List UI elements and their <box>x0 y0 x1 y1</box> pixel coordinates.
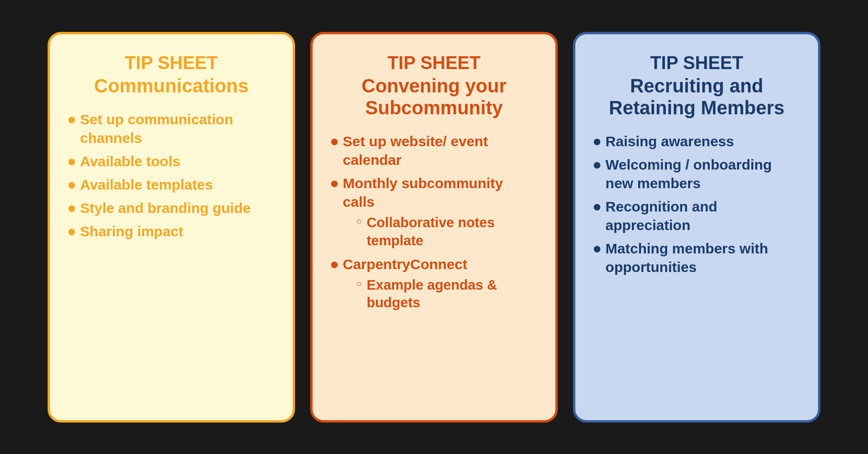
sub-list-item: ○Example agendas & budgets <box>356 276 538 312</box>
item-text: Sharing impact <box>80 222 276 241</box>
bullet-icon: ● <box>330 132 339 150</box>
bullet-icon: ● <box>592 239 602 257</box>
bullet-icon: ● <box>67 175 76 193</box>
bullet-icon: ● <box>67 199 76 217</box>
item-text: Recognition and appreciation <box>605 197 801 234</box>
bullet-icon: ● <box>330 174 339 192</box>
bullet-icon: ● <box>67 152 76 170</box>
list-item: ●Raising awareness <box>592 132 801 151</box>
item-text: Available tools <box>80 152 276 171</box>
sub-bullet-icon: ○ <box>356 276 362 291</box>
bullet-icon: ● <box>330 255 339 273</box>
card-2-items-list: ●Set up website/ event calendar●Monthly … <box>330 132 538 312</box>
item-text: Style and branding guide <box>80 199 276 217</box>
item-text: Monthly subcommunity calls○Collaborative… <box>343 174 538 250</box>
main-container: TIP SHEETCommunications●Set up communica… <box>10 17 858 438</box>
card-3-title-sub: Recruiting and Retaining Members <box>592 75 801 119</box>
item-text: Welcoming / onboarding new members <box>605 155 801 192</box>
list-item: ●CarpentryConnect○Example agendas & budg… <box>330 255 538 312</box>
card-3-title-label: TIP SHEET <box>592 53 801 73</box>
item-text: CarpentryConnect○Example agendas & budge… <box>343 255 538 312</box>
item-text: Set up website/ event calendar <box>343 132 538 169</box>
list-item: ●Available templates <box>67 175 276 194</box>
card-1-items-list: ●Set up communication channels●Available… <box>67 110 276 241</box>
bullet-icon: ● <box>67 110 76 128</box>
list-item: ●Monthly subcommunity calls○Collaborativ… <box>330 174 538 250</box>
list-item: ●Set up communication channels <box>67 110 276 147</box>
list-item: ●Recognition and appreciation <box>592 197 801 234</box>
list-item: ●Sharing impact <box>67 222 276 241</box>
tip-sheet-card-1: TIP SHEETCommunications●Set up communica… <box>48 32 295 423</box>
list-item: ●Welcoming / onboarding new members <box>592 155 801 192</box>
card-3-items-list: ●Raising awareness●Welcoming / onboardin… <box>592 132 801 276</box>
list-item: ●Set up website/ event calendar <box>330 132 538 169</box>
sub-items-list: ○Example agendas & budgets <box>343 276 538 312</box>
bullet-icon: ● <box>592 155 602 173</box>
list-item: ●Style and branding guide <box>67 199 276 217</box>
item-text: Matching members with opportunities <box>605 239 801 276</box>
card-1-title-sub: Communications <box>67 75 276 97</box>
bullet-icon: ● <box>592 197 602 215</box>
list-item: ●Matching members with opportunities <box>592 239 801 276</box>
item-text: Raising awareness <box>605 132 801 151</box>
tip-sheet-card-2: TIP SHEETConvening your Subcommunity●Set… <box>310 32 558 423</box>
card-1-title-label: TIP SHEET <box>67 53 276 73</box>
tip-sheet-card-3: TIP SHEETRecruiting and Retaining Member… <box>573 32 820 423</box>
bullet-icon: ● <box>592 132 602 150</box>
card-2-title-label: TIP SHEET <box>330 53 538 73</box>
item-text: Set up communication channels <box>80 110 276 147</box>
sub-item-text: Example agendas & budgets <box>366 276 538 312</box>
sub-bullet-icon: ○ <box>356 214 362 229</box>
list-item: ●Available tools <box>67 152 276 171</box>
sub-item-text: Collaborative notes template <box>366 214 538 250</box>
bullet-icon: ● <box>67 222 76 240</box>
item-text: Available templates <box>80 175 276 194</box>
card-2-title-sub: Convening your Subcommunity <box>330 75 538 119</box>
sub-items-list: ○Collaborative notes template <box>343 214 538 250</box>
sub-list-item: ○Collaborative notes template <box>356 214 538 250</box>
